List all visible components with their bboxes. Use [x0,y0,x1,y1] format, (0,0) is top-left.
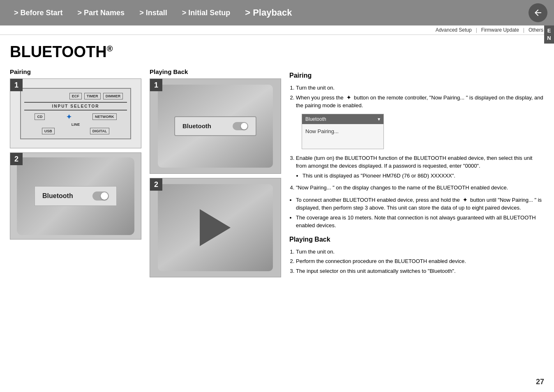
bt-box-wifi-icon: ▾ [378,115,380,123]
right-pairing-heading: Pairing [289,71,544,81]
timer-label: TIMER [84,93,101,99]
playing-back-steps-list: Turn the unit on. Perform the connection… [296,248,544,275]
dimmer-label: DIMMER [103,93,123,99]
playing-step-1: Turn the unit on. [296,248,544,256]
bluetooth-toggle-image: Bluetooth [10,153,141,239]
center-column: Playing Back 1 Bluetooth [150,68,281,281]
pairing-bullets: This unit is displayed as "Pioneer HM76D… [302,172,544,180]
playing-bt-label: Bluetooth [182,122,211,129]
step-1-badge: 1 [10,79,23,91]
bt-display-box: Bluetooth ▾ Now Pairing... [302,114,384,149]
bluetooth-display-text: Bluetooth [42,192,73,200]
pairing-title: Pairing [10,68,141,75]
bt-symbol-1: ✦ [346,95,351,101]
bt-box-body: Now Pairing... [302,124,383,149]
cd-btn: CD [35,113,45,120]
back-button[interactable] [529,3,547,22]
bt-box-header: Bluetooth ▾ [302,114,383,124]
pairing-image-1: 1 ECF TIMER DIMMER INPUT SELECTOR [10,78,141,148]
pairing-steps-list-continued: Enable (turn on) the BLUETOOTH function … [296,154,544,192]
bluetooth-display: Bluetooth [35,186,117,206]
pairing-step-2: When you press the ✦ button on the remot… [296,94,544,110]
pairing-additional-bullets: To connect another BLUETOOTH enabled dev… [296,196,544,230]
playing-image-2: 2 [150,178,281,277]
bt-box-now-pairing: Now Pairing... [305,128,339,134]
playing-toggle [233,122,248,130]
top-nav: > Before Start > Part Names > Install > … [0,0,554,25]
line-label: LINE [72,122,80,127]
panel-image: ECF TIMER DIMMER INPUT SELECTOR CD ✦ NET… [10,79,141,148]
right-column: Pairing Turn the unit on. When you press… [289,68,544,281]
pairing-add-bullet-2: The coverage area is 10 meters. Note tha… [296,214,544,230]
right-playing-back-heading: Playing Back [289,235,544,244]
sub-nav-firmware-update[interactable]: Firmware Update [477,27,523,33]
play-triangle-icon [200,209,231,246]
step-2-badge: 2 [10,153,23,165]
sub-nav-advanced-setup[interactable]: Advanced Setup [432,27,476,33]
nav-item-playback[interactable]: > Playback [238,7,299,18]
main-content: BLUETOOTH® Pairing 1 ECF TIMER DIMMER [0,35,554,290]
nav-items: > Before Start > Part Names > Install > … [7,7,300,18]
playing-image-2-content [150,178,281,277]
playing-toggle-knob [241,123,247,129]
ecf-label: ECF [69,93,82,99]
playing-image-1: 1 Bluetooth [150,78,281,174]
sub-nav: Advanced Setup | Firmware Update | Other… [0,25,554,35]
nav-item-initial-setup[interactable]: > Initial Setup [175,9,238,17]
pairing-step-1: Turn the unit on. [296,84,544,92]
language-badge: EN [544,25,554,44]
pairing-step-3: Enable (turn on) the BLUETOOTH function … [296,154,544,180]
pairing-add-bullet-1: To connect another BLUETOOTH enabled dev… [296,196,544,212]
play-step-1-badge: 1 [150,79,162,91]
page-title: BLUETOOTH® [10,43,544,61]
playing-image-1-content: Bluetooth [150,79,281,173]
input-selector-label: INPUT SELECTOR [52,104,99,108]
nav-item-part-names[interactable]: > Part Names [70,9,132,17]
left-column: Pairing 1 ECF TIMER DIMMER INPUT SELECTO… [10,68,141,281]
playing-step-2: Perform the connection procedure on the … [296,257,544,265]
content-columns: Pairing 1 ECF TIMER DIMMER INPUT SELECTO… [10,68,544,281]
bt-box-title: Bluetooth [305,115,326,123]
back-icon [533,8,543,18]
play-step-2-badge: 2 [150,178,162,191]
toggle-switch[interactable] [92,191,109,201]
nav-item-install[interactable]: > Install [132,9,175,17]
pairing-steps-list: Turn the unit on. When you press the ✦ b… [296,84,544,110]
playing-back-title: Playing Back [150,68,281,75]
nav-item-before-start[interactable]: > Before Start [7,9,70,17]
usb-btn: USB [42,128,55,134]
pairing-image-2: 2 Bluetooth [10,152,141,240]
pairing-bullet-1: This unit is displayed as "Pioneer HM76D… [302,172,544,180]
network-btn: NETWORK [92,113,117,120]
bluetooth-icon-panel: ✦ [66,113,72,121]
toggle-knob [101,192,108,200]
page-number: 27 [536,378,544,386]
pairing-step-4: "Now Pairing... " on the display changes… [296,184,544,192]
digital-btn: DIGITAL [90,128,109,134]
playing-step-3: The input selector on this unit automati… [296,267,544,275]
